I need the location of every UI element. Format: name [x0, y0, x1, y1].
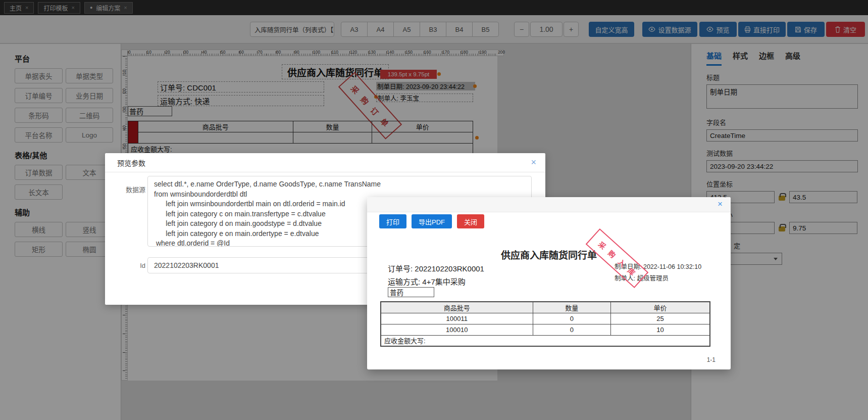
preview-transport: 运输方式: 4+7集中采购	[388, 276, 466, 287]
table-header-cell: 数量	[533, 302, 611, 313]
table-header-cell: 商品批号	[381, 302, 533, 313]
table-row: 100010010	[381, 324, 710, 335]
table-cell: 25	[611, 313, 710, 324]
amount-row: 应收金额大写:	[381, 335, 710, 346]
table-cell: 10	[611, 324, 710, 335]
table-cell: 100010	[381, 324, 533, 335]
close-icon[interactable]: ×	[718, 200, 723, 208]
id-label: Id	[128, 262, 145, 269]
close-button[interactable]: 关闭	[457, 214, 484, 228]
page-indicator: 1-1	[707, 356, 716, 363]
preview-table: 商品批号 数量 单价 100011025 100010010 应收金额大写:	[380, 301, 710, 347]
preview-order-no: 订单号: 2022102203RK0001	[388, 263, 484, 273]
close-icon[interactable]: ×	[531, 158, 536, 167]
table-cell: 100011	[381, 313, 533, 324]
datasource-label: 数据源	[119, 184, 145, 194]
table-cell: 0	[533, 324, 611, 335]
table-cell: 0	[533, 313, 611, 324]
print-preview-dialog: × 打印 导出PDF 关闭 供应商入库随货同行单 订单号: 2022102203…	[367, 197, 731, 369]
preview-doc-title: 供应商入库随货同行单	[367, 248, 731, 261]
dialog-header: 预览参数	[105, 153, 545, 172]
table-header-cell: 单价	[611, 302, 710, 313]
export-pdf-button[interactable]: 导出PDF	[412, 214, 452, 228]
dialog-actions: 打印 导出PDF 关闭	[379, 214, 484, 228]
print-button[interactable]: 打印	[379, 214, 406, 228]
dialog-header	[367, 197, 731, 212]
table-row: 100011025	[381, 313, 710, 324]
preview-drug-type: 普药	[388, 287, 434, 297]
